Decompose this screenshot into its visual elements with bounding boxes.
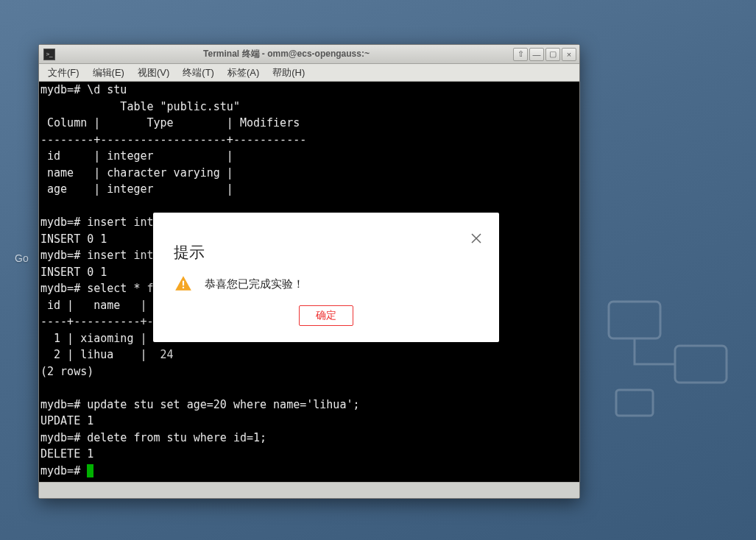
menu-terminal[interactable]: 终端(T) xyxy=(177,65,220,81)
window-titlebar[interactable]: Terminal 终端 - omm@ecs-opengauss:~ ⇧ — ▢ … xyxy=(39,45,579,64)
close-window-button[interactable]: × xyxy=(562,48,576,61)
close-icon xyxy=(471,233,481,244)
dialog-message: 恭喜您已完成实验！ xyxy=(205,277,304,291)
svg-rect-1 xyxy=(675,346,727,383)
menubar: 文件(F) 编辑(E) 视图(V) 终端(T) 标签(A) 帮助(H) xyxy=(39,64,579,82)
warning-icon xyxy=(174,274,193,294)
menu-tabs[interactable]: 标签(A) xyxy=(222,65,265,81)
notice-dialog: 提示 恭喜您已完成实验！ 确定 xyxy=(153,213,499,342)
maximize-button[interactable]: ▢ xyxy=(545,48,560,61)
menu-file[interactable]: 文件(F) xyxy=(42,65,85,81)
window-footer xyxy=(39,482,579,498)
dialog-title: 提示 xyxy=(174,242,205,263)
window-controls: ⇧ — ▢ × xyxy=(513,48,576,61)
svg-rect-3 xyxy=(183,281,184,286)
window-title: Terminal 终端 - omm@ecs-opengauss:~ xyxy=(60,48,513,60)
minimize-button[interactable]: — xyxy=(529,48,544,61)
svg-rect-4 xyxy=(183,287,184,288)
pin-button[interactable]: ⇧ xyxy=(513,48,528,61)
desktop-decoration xyxy=(594,280,741,427)
terminal-cursor xyxy=(87,464,93,477)
dialog-ok-button[interactable]: 确定 xyxy=(299,305,353,326)
menu-edit[interactable]: 编辑(E) xyxy=(87,65,130,81)
desktop-go-label: Go xyxy=(15,252,29,264)
menu-view[interactable]: 视图(V) xyxy=(132,65,175,81)
dialog-close-button[interactable] xyxy=(468,230,484,246)
svg-rect-0 xyxy=(609,302,660,338)
svg-rect-2 xyxy=(616,390,653,416)
menu-help[interactable]: 帮助(H) xyxy=(266,65,311,81)
desktop-background: Go Terminal 终端 - omm@ecs-opengauss:~ ⇧ —… xyxy=(0,0,756,540)
terminal-app-icon xyxy=(43,49,55,60)
